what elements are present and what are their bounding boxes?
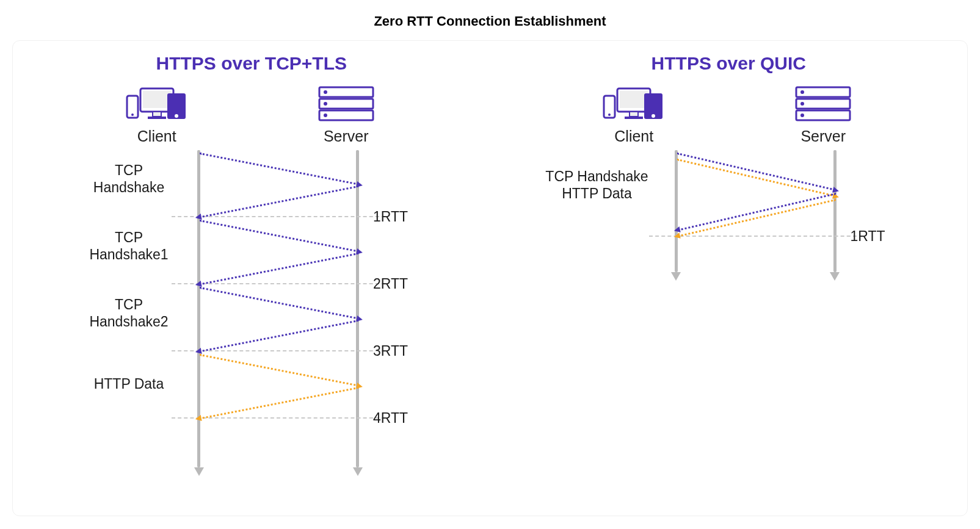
quic-server-lifeline [833,150,837,272]
svg-point-21 [652,114,655,118]
quic-client-actor: Client [591,85,677,145]
quic-column: HTTPS over QUIC Client [490,53,968,516]
svg-rect-8 [319,87,373,97]
svg-rect-26 [796,110,850,120]
server-label: Server [800,128,846,145]
tcp-tls-column: HTTPS over TCP+TLS Client [13,53,490,516]
quic-msg-handshake-in [677,193,836,231]
quic-server-actor: Server [780,85,866,145]
msg-http-req [200,354,360,387]
tcp-tls-heading: HTTPS over TCP+TLS [13,53,490,74]
svg-point-5 [131,113,134,116]
server-icon [318,85,374,123]
svg-point-13 [324,113,327,117]
client-label: Client [614,128,653,145]
msg-tls-hello-resp-1 [199,253,359,286]
server-label: Server [324,128,369,145]
diagram-card: HTTPS over TCP+TLS Client [12,40,968,516]
svg-rect-24 [796,99,850,109]
rtt3-label: 3RTT [373,343,408,359]
svg-point-7 [175,114,178,118]
quic-msg-data-in [677,199,836,237]
page-title: Zero RTT Connection Establishment [0,0,980,40]
tcp-tls-actors: Client Server [13,85,490,145]
rtt2-label: 2RTT [373,276,408,292]
quic-actors: Client Server [490,85,968,145]
msg-tls-key-resp-1 [199,320,359,353]
svg-point-25 [800,102,804,106]
svg-rect-2 [153,112,161,117]
phase-tcp-handshake2: TCPHandshake2 [74,297,184,330]
quic-heading: HTTPS over QUIC [490,53,968,74]
phase-tcp-handshake1: TCPHandshake1 [74,229,184,263]
svg-rect-22 [796,87,850,97]
client-label: Client [137,128,176,145]
phase-http-data: HTTP Data [74,376,184,393]
msg-http-resp [199,387,359,420]
msg-tls-hello-1 [200,220,360,253]
tcp-tls-server-lifeline [356,150,359,467]
phase-tcp-handshake: TCPHandshake [74,162,184,196]
svg-rect-1 [143,91,171,108]
msg-tls-key-1 [200,287,360,320]
svg-rect-17 [625,117,643,119]
quic-msg-handshake-out [677,153,835,191]
quic-phase-label: TCP HandshakeHTTP Data [533,168,661,202]
svg-rect-12 [319,110,373,120]
tcp-tls-client-actor: Client [114,85,200,145]
svg-point-19 [608,113,611,116]
svg-rect-10 [319,99,373,109]
quic-rtt1-label: 1RTT [851,228,885,245]
tcp-tls-server-actor: Server [303,85,389,145]
rtt4-label: 4RTT [373,410,408,426]
rtt1-label: 1RTT [373,209,408,225]
svg-point-27 [800,113,804,117]
msg-tcp-syn-1 [200,153,360,185]
svg-point-11 [324,102,327,106]
svg-rect-15 [620,91,648,108]
svg-point-23 [800,90,804,94]
devices-icon [123,85,191,123]
svg-rect-3 [148,117,166,119]
svg-point-9 [324,90,327,94]
server-icon [795,85,851,123]
msg-tcp-ack-1 [199,185,359,218]
quic-timeline: TCP HandshakeHTTP Data 1RTT [490,150,968,492]
quic-client-lifeline [675,150,678,272]
tcp-tls-timeline: TCPHandshake TCPHandshake1 TCPHandshake2… [13,150,490,492]
devices-icon [600,85,667,123]
quic-msg-data-out [677,159,835,197]
svg-rect-16 [630,112,638,117]
